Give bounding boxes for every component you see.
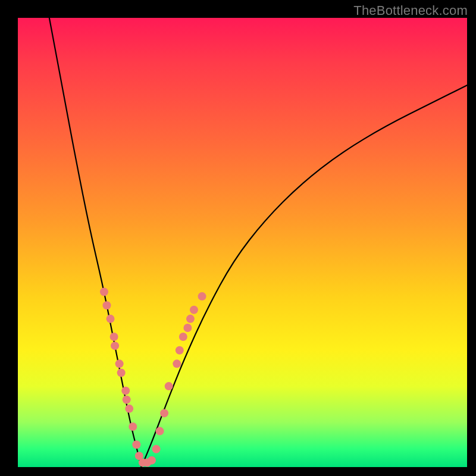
sample-dot [156,427,164,436]
sample-dot [132,440,140,449]
sample-dot [176,346,184,355]
sample-dot [165,382,173,390]
sample-dot [179,333,187,341]
sample-dot [186,315,195,323]
sample-dot [160,409,168,417]
sample-dot [190,306,198,314]
sample-dot [183,324,192,332]
sample-dot [110,333,118,341]
bottleneck-curve [18,18,467,467]
sample-dot [148,456,156,465]
sample-dot [107,315,115,323]
sample-dot [111,342,119,350]
sample-dot [173,359,181,368]
curve-right-branch [142,85,467,467]
sample-dot [100,288,108,296]
sample-dot [129,422,137,431]
sample-dot [115,359,124,368]
chart-frame: TheBottleneck.com [0,0,476,476]
watermark-text: TheBottleneck.com [353,3,468,18]
sample-dot [117,368,126,377]
sample-dot [102,301,111,309]
plot-area [18,18,467,467]
sample-dot [152,445,161,453]
sample-dot [123,396,131,404]
sample-dot [198,292,206,300]
sample-dot [121,387,130,395]
sample-dot [125,405,133,413]
